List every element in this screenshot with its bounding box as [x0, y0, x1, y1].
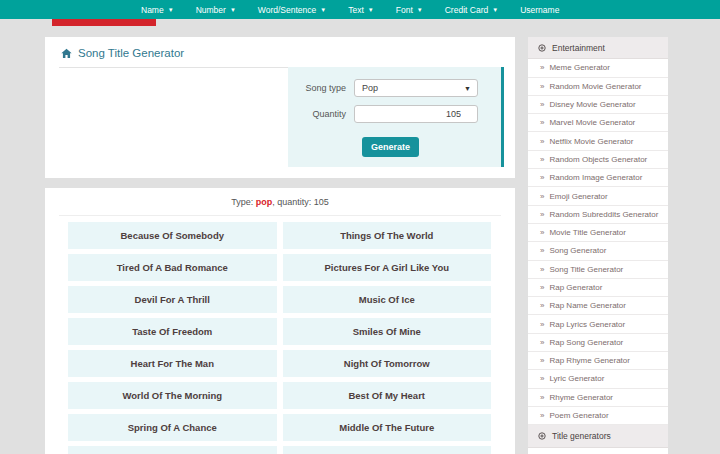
- sidebar-generator-link[interactable]: » Rap Name Generator: [528, 297, 668, 315]
- double-chevron-icon: »: [540, 137, 544, 146]
- double-chevron-icon: »: [540, 338, 544, 347]
- sidebar-link-label: Netflix Movie Generator: [549, 137, 633, 146]
- double-chevron-icon: »: [540, 393, 544, 402]
- song-title-cell: Night For The Future: [68, 446, 277, 454]
- song-title-row: Devil For A Thrill Music Of Ice: [68, 286, 491, 313]
- nav-menu-item[interactable]: Text ▼: [337, 0, 385, 19]
- sidebar-generator-link[interactable]: » Emoji Generator: [528, 187, 668, 205]
- sidebar-section-title: Entertainment: [552, 43, 605, 53]
- sidebar-section-title-generators: Title generators: [528, 425, 668, 447]
- gear-icon: [538, 44, 546, 52]
- nav-item-label: Number: [196, 5, 226, 15]
- quantity-label: Quantity: [288, 109, 354, 119]
- double-chevron-icon: »: [540, 283, 544, 292]
- double-chevron-icon: »: [540, 265, 544, 274]
- sidebar-generator-link[interactable]: » Rap Rhyme Generator: [528, 352, 668, 370]
- song-title-row: Heart For The Man Night Of Tomorrow: [68, 350, 491, 377]
- sidebar-list-entertainment: » Meme Generator » Random Movie Generato…: [528, 59, 668, 425]
- song-title-cell: Tired Of A Bad Romance: [68, 254, 277, 281]
- song-title-row: World Of The Morning Best Of My Heart: [68, 382, 491, 409]
- song-title-cell: Smiles Of Mine: [283, 318, 492, 345]
- sidebar-link-label: Rap Song Generator: [549, 338, 623, 347]
- double-chevron-icon: »: [540, 63, 544, 72]
- nav-menu-item[interactable]: Number ▼: [185, 0, 247, 19]
- chevron-down-icon: ▼: [230, 7, 236, 13]
- sidebar-generator-link[interactable]: » Netflix Movie Generator: [528, 132, 668, 150]
- double-chevron-icon: »: [540, 246, 544, 255]
- sidebar-generator-link[interactable]: » Lyric Generator: [528, 370, 668, 388]
- page-title: Song Title Generator: [78, 47, 184, 59]
- double-chevron-icon: »: [540, 411, 544, 420]
- double-chevron-icon: »: [540, 118, 544, 127]
- sidebar-link-label: Disney Movie Generator: [549, 100, 635, 109]
- page-heading: Song Title Generator: [45, 37, 515, 59]
- page: Name ▼ Number ▼ Word/Sentence ▼ Text ▼: [0, 0, 720, 454]
- sidebar-generator-link[interactable]: » Random Objects Generator: [528, 151, 668, 169]
- result-quantity-text: , quantity: 105: [272, 197, 329, 207]
- sidebar-link-label: Song Title Generator: [549, 265, 623, 274]
- quantity-input[interactable]: [354, 105, 478, 123]
- song-type-selected-value: Pop: [362, 83, 378, 93]
- double-chevron-icon: »: [540, 374, 544, 383]
- double-chevron-icon: »: [540, 155, 544, 164]
- sidebar-link-label: Meme Generator: [549, 63, 609, 72]
- double-chevron-icon: »: [540, 192, 544, 201]
- song-title-row: Night For The Future Garden Of The World: [68, 446, 491, 454]
- nav-menu-item[interactable]: Name ▼: [130, 0, 185, 19]
- double-chevron-icon: »: [540, 356, 544, 365]
- nav-item-label: Text: [348, 5, 364, 15]
- song-title-row: Taste Of Freedom Smiles Of Mine: [68, 318, 491, 345]
- sidebar-link-label: Rap Lyrics Generator: [549, 320, 625, 329]
- results-card: Type: pop, quantity: 105 Because Of Some…: [45, 188, 515, 454]
- sidebar-generator-link[interactable]: » Song Title Generator: [528, 261, 668, 279]
- nav-item-label: Name: [141, 5, 164, 15]
- song-title-cell: Night Of Tomorrow: [283, 350, 492, 377]
- double-chevron-icon: »: [540, 210, 544, 219]
- result-type-prefix: Type:: [231, 197, 256, 207]
- song-title-row: Tired Of A Bad Romance Pictures For A Gi…: [68, 254, 491, 281]
- sidebar-link-label: Rhyme Generator: [549, 393, 613, 402]
- chevron-down-icon: ▼: [168, 7, 174, 13]
- sidebar-generator-link[interactable]: » Rap Lyrics Generator: [528, 315, 668, 333]
- double-chevron-icon: »: [540, 82, 544, 91]
- song-title-cell: Pictures For A Girl Like You: [283, 254, 492, 281]
- sidebar-generator-link[interactable]: » Poem Generator: [528, 407, 668, 425]
- sidebar-generator-link[interactable]: » Movie Title Generator: [528, 224, 668, 242]
- nav-menu-item[interactable]: Word/Sentence ▼: [247, 0, 337, 19]
- nav-menu-item[interactable]: Username: [509, 0, 570, 19]
- sidebar-generator-link[interactable]: » Random Image Generator: [528, 169, 668, 187]
- sidebar-generator-link[interactable]: » Rhyme Generator: [528, 389, 668, 407]
- nav-menu-item[interactable]: Credit Card ▼: [434, 0, 509, 19]
- sidebar-generator-link[interactable]: » Title Generator: [528, 448, 668, 454]
- song-title-cell: World Of The Morning: [68, 382, 277, 409]
- song-title-cell: Middle Of The Future: [283, 414, 492, 441]
- nav-item-label: Font: [396, 5, 413, 15]
- sidebar-generator-link[interactable]: » Random Movie Generator: [528, 78, 668, 96]
- song-title-cell: Devil For A Thrill: [68, 286, 277, 313]
- song-title-cell: Because Of Somebody: [68, 222, 277, 249]
- sidebar-link-label: Random Movie Generator: [549, 82, 641, 91]
- sidebar-link-label: Emoji Generator: [549, 192, 607, 201]
- sidebar-generator-link[interactable]: » Marvel Movie Generator: [528, 114, 668, 132]
- sidebar-link-label: Random Objects Generator: [549, 155, 647, 164]
- sidebar-generator-link[interactable]: » Disney Movie Generator: [528, 96, 668, 114]
- sidebar-link-label: Movie Title Generator: [549, 228, 625, 237]
- song-type-select[interactable]: Pop ▼: [354, 79, 478, 97]
- song-title-cell: Things Of The World: [283, 222, 492, 249]
- generate-button[interactable]: Generate: [362, 137, 419, 157]
- song-title-cell: Best Of My Heart: [283, 382, 492, 409]
- sidebar-generator-link[interactable]: » Rap Generator: [528, 279, 668, 297]
- sidebar-generator-link[interactable]: » Meme Generator: [528, 59, 668, 77]
- nav-item-label: Word/Sentence: [258, 5, 316, 15]
- sidebar-link-label: Poem Generator: [549, 411, 608, 420]
- sidebar-list-title-generators: » Title Generator: [528, 448, 668, 454]
- sidebar-generator-link[interactable]: » Random Subreddits Generator: [528, 206, 668, 224]
- sidebar-link-label: Rap Generator: [549, 283, 602, 292]
- nav-menu-item[interactable]: Font ▼: [385, 0, 434, 19]
- chevron-down-icon: ▼: [368, 7, 374, 13]
- sidebar-link-label: Random Image Generator: [549, 173, 642, 182]
- select-chevron-icon: ▼: [464, 85, 471, 92]
- chevron-down-icon: ▼: [320, 7, 326, 13]
- sidebar-generator-link[interactable]: » Rap Song Generator: [528, 334, 668, 352]
- sidebar-generator-link[interactable]: » Song Generator: [528, 242, 668, 260]
